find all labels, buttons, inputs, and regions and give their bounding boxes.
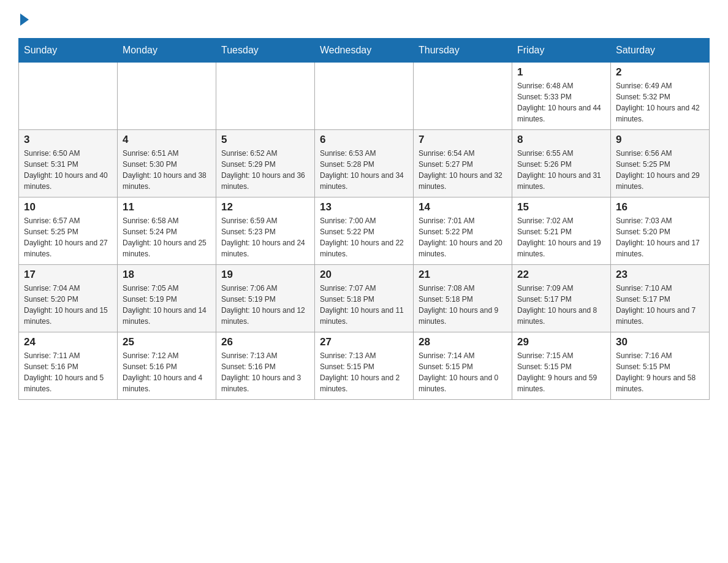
- day-info: Sunrise: 7:12 AMSunset: 5:16 PMDaylight:…: [123, 350, 211, 394]
- day-number: 27: [320, 336, 408, 348]
- calendar-cell: [216, 63, 315, 130]
- day-number: 28: [419, 336, 507, 348]
- day-number: 21: [419, 269, 507, 281]
- day-number: 26: [221, 336, 309, 348]
- day-info: Sunrise: 7:02 AMSunset: 5:21 PMDaylight:…: [517, 215, 605, 259]
- calendar-table: SundayMondayTuesdayWednesdayThursdayFrid…: [18, 38, 710, 400]
- day-info: Sunrise: 6:50 AMSunset: 5:31 PMDaylight:…: [24, 148, 112, 192]
- day-info: Sunrise: 7:09 AMSunset: 5:17 PMDaylight:…: [517, 283, 605, 327]
- day-info: Sunrise: 6:59 AMSunset: 5:23 PMDaylight:…: [221, 215, 309, 259]
- calendar-cell: 7Sunrise: 6:54 AMSunset: 5:27 PMDaylight…: [414, 130, 512, 197]
- weekday-header: Saturday: [611, 39, 710, 63]
- day-info: Sunrise: 7:00 AMSunset: 5:22 PMDaylight:…: [320, 215, 408, 259]
- calendar-cell: [19, 63, 118, 130]
- logo: [18, 12, 29, 26]
- day-info: Sunrise: 7:16 AMSunset: 5:15 PMDaylight:…: [616, 350, 704, 394]
- day-info: Sunrise: 6:57 AMSunset: 5:25 PMDaylight:…: [24, 215, 112, 259]
- calendar-week-row: 10Sunrise: 6:57 AMSunset: 5:25 PMDayligh…: [19, 197, 710, 265]
- day-number: 17: [24, 269, 112, 281]
- day-number: 9: [616, 134, 704, 146]
- day-info: Sunrise: 7:13 AMSunset: 5:16 PMDaylight:…: [221, 350, 309, 394]
- calendar-cell: 12Sunrise: 6:59 AMSunset: 5:23 PMDayligh…: [216, 197, 315, 265]
- calendar-cell: 6Sunrise: 6:53 AMSunset: 5:28 PMDaylight…: [315, 130, 414, 197]
- calendar-cell: 28Sunrise: 7:14 AMSunset: 5:15 PMDayligh…: [414, 332, 512, 400]
- day-info: Sunrise: 7:05 AMSunset: 5:19 PMDaylight:…: [123, 283, 211, 327]
- day-number: 29: [517, 336, 605, 348]
- day-number: 20: [320, 269, 408, 281]
- calendar-week-row: 1Sunrise: 6:48 AMSunset: 5:33 PMDaylight…: [19, 63, 710, 130]
- day-number: 1: [517, 66, 605, 79]
- day-info: Sunrise: 6:53 AMSunset: 5:28 PMDaylight:…: [320, 148, 408, 192]
- day-number: 16: [616, 201, 704, 213]
- day-number: 12: [221, 201, 309, 213]
- calendar-cell: 9Sunrise: 6:56 AMSunset: 5:25 PMDaylight…: [611, 130, 710, 197]
- day-info: Sunrise: 7:14 AMSunset: 5:15 PMDaylight:…: [419, 350, 507, 394]
- weekday-header: Tuesday: [216, 39, 315, 63]
- day-number: 30: [616, 336, 704, 348]
- day-info: Sunrise: 6:55 AMSunset: 5:26 PMDaylight:…: [517, 148, 605, 192]
- calendar-week-row: 17Sunrise: 7:04 AMSunset: 5:20 PMDayligh…: [19, 265, 710, 332]
- day-info: Sunrise: 7:01 AMSunset: 5:22 PMDaylight:…: [419, 215, 507, 259]
- calendar-cell: 25Sunrise: 7:12 AMSunset: 5:16 PMDayligh…: [118, 332, 216, 400]
- calendar-cell: 15Sunrise: 7:02 AMSunset: 5:21 PMDayligh…: [512, 197, 611, 265]
- calendar-cell: 8Sunrise: 6:55 AMSunset: 5:26 PMDaylight…: [512, 130, 611, 197]
- day-number: 2: [616, 66, 704, 79]
- day-number: 23: [616, 269, 704, 281]
- day-number: 11: [123, 201, 211, 213]
- calendar-cell: 19Sunrise: 7:06 AMSunset: 5:19 PMDayligh…: [216, 265, 315, 332]
- day-number: 15: [517, 201, 605, 213]
- day-info: Sunrise: 7:03 AMSunset: 5:20 PMDaylight:…: [616, 215, 704, 259]
- weekday-header: Sunday: [19, 39, 118, 63]
- calendar-cell: 14Sunrise: 7:01 AMSunset: 5:22 PMDayligh…: [414, 197, 512, 265]
- calendar-cell: [414, 63, 512, 130]
- day-number: 25: [123, 336, 211, 348]
- day-info: Sunrise: 6:48 AMSunset: 5:33 PMDaylight:…: [517, 80, 605, 124]
- day-info: Sunrise: 6:54 AMSunset: 5:27 PMDaylight:…: [419, 148, 507, 192]
- calendar-cell: 4Sunrise: 6:51 AMSunset: 5:30 PMDaylight…: [118, 130, 216, 197]
- day-info: Sunrise: 7:13 AMSunset: 5:15 PMDaylight:…: [320, 350, 408, 394]
- page-header: [18, 12, 710, 26]
- day-number: 24: [24, 336, 112, 348]
- calendar-cell: 10Sunrise: 6:57 AMSunset: 5:25 PMDayligh…: [19, 197, 118, 265]
- day-info: Sunrise: 6:51 AMSunset: 5:30 PMDaylight:…: [123, 148, 211, 192]
- day-number: 8: [517, 134, 605, 146]
- weekday-header: Wednesday: [315, 39, 414, 63]
- day-number: 3: [24, 134, 112, 146]
- calendar-cell: 16Sunrise: 7:03 AMSunset: 5:20 PMDayligh…: [611, 197, 710, 265]
- logo-arrow-icon: [20, 13, 29, 26]
- day-info: Sunrise: 7:11 AMSunset: 5:16 PMDaylight:…: [24, 350, 112, 394]
- day-info: Sunrise: 7:15 AMSunset: 5:15 PMDaylight:…: [517, 350, 605, 394]
- day-number: 5: [221, 134, 309, 146]
- day-info: Sunrise: 6:58 AMSunset: 5:24 PMDaylight:…: [123, 215, 211, 259]
- calendar-cell: 20Sunrise: 7:07 AMSunset: 5:18 PMDayligh…: [315, 265, 414, 332]
- day-number: 10: [24, 201, 112, 213]
- calendar-cell: 18Sunrise: 7:05 AMSunset: 5:19 PMDayligh…: [118, 265, 216, 332]
- day-number: 6: [320, 134, 408, 146]
- calendar-cell: 13Sunrise: 7:00 AMSunset: 5:22 PMDayligh…: [315, 197, 414, 265]
- calendar-cell: 3Sunrise: 6:50 AMSunset: 5:31 PMDaylight…: [19, 130, 118, 197]
- day-number: 14: [419, 201, 507, 213]
- calendar-header: SundayMondayTuesdayWednesdayThursdayFrid…: [19, 39, 710, 63]
- day-info: Sunrise: 7:07 AMSunset: 5:18 PMDaylight:…: [320, 283, 408, 327]
- day-info: Sunrise: 7:08 AMSunset: 5:18 PMDaylight:…: [419, 283, 507, 327]
- weekday-header: Friday: [512, 39, 611, 63]
- calendar-cell: 30Sunrise: 7:16 AMSunset: 5:15 PMDayligh…: [611, 332, 710, 400]
- calendar-cell: [315, 63, 414, 130]
- calendar-cell: 26Sunrise: 7:13 AMSunset: 5:16 PMDayligh…: [216, 332, 315, 400]
- calendar-cell: [118, 63, 216, 130]
- day-info: Sunrise: 6:52 AMSunset: 5:29 PMDaylight:…: [221, 148, 309, 192]
- calendar-cell: 5Sunrise: 6:52 AMSunset: 5:29 PMDaylight…: [216, 130, 315, 197]
- weekday-header: Thursday: [414, 39, 512, 63]
- calendar-cell: 27Sunrise: 7:13 AMSunset: 5:15 PMDayligh…: [315, 332, 414, 400]
- day-info: Sunrise: 7:06 AMSunset: 5:19 PMDaylight:…: [221, 283, 309, 327]
- calendar-week-row: 3Sunrise: 6:50 AMSunset: 5:31 PMDaylight…: [19, 130, 710, 197]
- calendar-cell: 23Sunrise: 7:10 AMSunset: 5:17 PMDayligh…: [611, 265, 710, 332]
- calendar-cell: 21Sunrise: 7:08 AMSunset: 5:18 PMDayligh…: [414, 265, 512, 332]
- calendar-cell: 29Sunrise: 7:15 AMSunset: 5:15 PMDayligh…: [512, 332, 611, 400]
- calendar-week-row: 24Sunrise: 7:11 AMSunset: 5:16 PMDayligh…: [19, 332, 710, 400]
- calendar-cell: 24Sunrise: 7:11 AMSunset: 5:16 PMDayligh…: [19, 332, 118, 400]
- day-number: 22: [517, 269, 605, 281]
- day-info: Sunrise: 7:04 AMSunset: 5:20 PMDaylight:…: [24, 283, 112, 327]
- weekday-header: Monday: [118, 39, 216, 63]
- calendar-cell: 1Sunrise: 6:48 AMSunset: 5:33 PMDaylight…: [512, 63, 611, 130]
